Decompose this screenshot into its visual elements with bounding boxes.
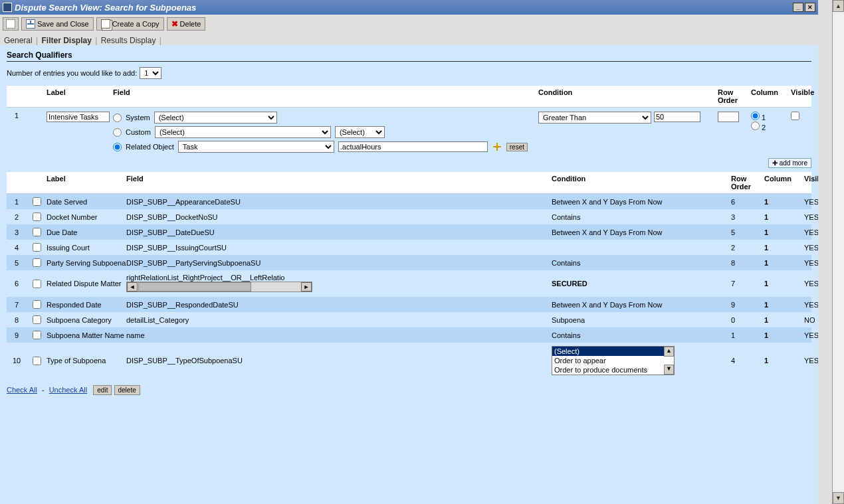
row-checkbox[interactable] (33, 212, 41, 221)
scroll-up-icon[interactable]: ▲ (833, 0, 844, 12)
row-order-input[interactable] (718, 112, 739, 122)
header2-visible: Visible (804, 175, 818, 191)
row-label: Subpoena Matter Name (47, 331, 126, 339)
table-row: 2Docket NumberDISP_SUBP__DocketNoSUConta… (7, 209, 811, 224)
related-object-select[interactable]: Task (178, 141, 334, 153)
close-button[interactable]: ✕ (805, 3, 815, 12)
row-field: DISP_SUBP__DocketNoSU (126, 213, 552, 221)
edit-button[interactable]: edit (93, 385, 112, 395)
header-field: Field (113, 88, 538, 104)
scroll-down-icon[interactable]: ▼ (833, 492, 844, 504)
row-condition: Contains (552, 331, 731, 339)
row-visible: NO (804, 316, 818, 324)
row-label: Responded Date (47, 301, 126, 309)
lookup-icon[interactable] (492, 141, 502, 152)
row-column: 1 (764, 198, 804, 206)
tab-results-display[interactable]: Results Display (101, 36, 156, 45)
qualifier-num: 1 (7, 112, 27, 120)
header-visible: Visible (791, 88, 818, 104)
field-type-custom-radio[interactable] (113, 128, 122, 137)
header2-row-order: Row Order (731, 175, 764, 191)
row-label: Subpoena Category (47, 316, 126, 324)
qualifier-label-input[interactable] (47, 112, 110, 122)
delete-button[interactable]: ✖Delete (167, 17, 206, 31)
row-visible: YES (804, 213, 818, 221)
copy-icon (101, 19, 110, 29)
save-close-button[interactable]: Save and Close (21, 17, 94, 31)
row-condition: Contains (552, 259, 731, 267)
row-condition: Contains (552, 213, 731, 221)
field-scrollbar[interactable]: ◄► (126, 282, 312, 292)
row-field: DISP_SUBP__DateDueSU (126, 228, 552, 236)
row-checkbox[interactable] (33, 258, 41, 267)
custom-select-1[interactable]: (Select) (155, 126, 331, 138)
row-order: 2 (731, 244, 764, 252)
row-condition: Between X and Y Days From Now (552, 301, 731, 309)
minimize-button[interactable]: _ (793, 3, 803, 12)
app-icon (3, 3, 12, 12)
row-visible: YES (804, 244, 818, 252)
row-column: 1 (764, 301, 804, 309)
header2-label: Label (47, 175, 126, 191)
row-checkbox[interactable] (33, 280, 41, 288)
row-checkbox[interactable] (33, 197, 41, 206)
row-label: Date Served (47, 198, 126, 206)
row-number: 7 (7, 301, 27, 309)
add-entries-select[interactable]: 1 (140, 67, 161, 79)
condition-value-input[interactable] (654, 112, 700, 122)
row-condition: Between X and Y Days From Now (552, 228, 731, 236)
table-row: 8Subpoena CategorydetailList_CategorySub… (7, 312, 811, 327)
row-checkbox[interactable] (33, 357, 41, 365)
system-select[interactable]: (Select) (154, 112, 277, 124)
row-order: 0 (731, 316, 764, 324)
column-1-radio[interactable] (751, 112, 760, 120)
row-column: 1 (764, 244, 804, 252)
row-checkbox[interactable] (33, 228, 41, 236)
row-field: detailList_Category (126, 316, 552, 324)
related-attr-input[interactable] (338, 141, 488, 152)
column-2-radio[interactable] (751, 122, 760, 130)
row-label: Related Dispute Matter (47, 280, 126, 288)
row-column: 1 (764, 316, 804, 324)
row-field: DISP_SUBP__RespondedDateSU (126, 301, 552, 309)
toolbar: Save and Close Create a Copy ✖Delete (0, 15, 818, 33)
uncheck-all-link[interactable]: Uncheck All (49, 386, 87, 394)
field-type-system-label: System (126, 114, 150, 122)
row-number: 4 (7, 244, 27, 252)
row-label: Issuing Court (47, 244, 126, 252)
field-type-system-radio[interactable] (113, 114, 122, 122)
custom-select-2[interactable]: (Select) (335, 126, 385, 138)
check-all-link[interactable]: Check All (7, 386, 37, 394)
file-button[interactable] (3, 17, 19, 31)
row-checkbox[interactable] (33, 331, 41, 339)
reset-button[interactable]: reset (506, 143, 528, 151)
row-checkbox[interactable] (33, 300, 41, 309)
tab-general[interactable]: General (4, 36, 33, 45)
table-row: 9Subpoena Matter NamenameContains11YES (7, 327, 811, 343)
visible-checkbox[interactable] (791, 112, 799, 120)
row-condition: ▲(Select)Order to appearOrder to produce… (552, 346, 731, 375)
add-entries-label: Number of entries you would like to add: (7, 69, 137, 77)
row-order: 3 (731, 213, 764, 221)
row-visible: YES (804, 331, 818, 339)
row-condition: Subpoena (552, 316, 731, 324)
row-number: 3 (7, 228, 27, 236)
row-condition: Between X and Y Days From Now (552, 198, 731, 206)
field-type-related-radio[interactable] (113, 143, 122, 151)
add-more-button[interactable]: ✚ add more (768, 158, 811, 168)
tab-filter-display[interactable]: Filter Display (42, 36, 92, 45)
header-column: Column (751, 88, 791, 104)
row-order: 4 (731, 357, 764, 365)
page-scrollbar[interactable]: ▲ ▼ (832, 0, 844, 504)
row-number: 8 (7, 316, 27, 324)
condition-operator-select[interactable]: Greater Than (538, 112, 651, 124)
row-number: 2 (7, 213, 27, 221)
delete-rows-button[interactable]: delete (114, 385, 140, 395)
row-checkbox[interactable] (33, 243, 41, 252)
row-field: DISP_SUBP__AppearanceDateSU (126, 198, 552, 206)
row-visible: YES (804, 259, 818, 267)
qualifier-row: 1 System (Select) Custom (Select) (Selec… (7, 108, 811, 157)
row-checkbox[interactable] (33, 315, 41, 324)
condition-listbox[interactable]: ▲(Select)Order to appearOrder to produce… (552, 346, 675, 375)
create-copy-button[interactable]: Create a Copy (96, 17, 164, 31)
